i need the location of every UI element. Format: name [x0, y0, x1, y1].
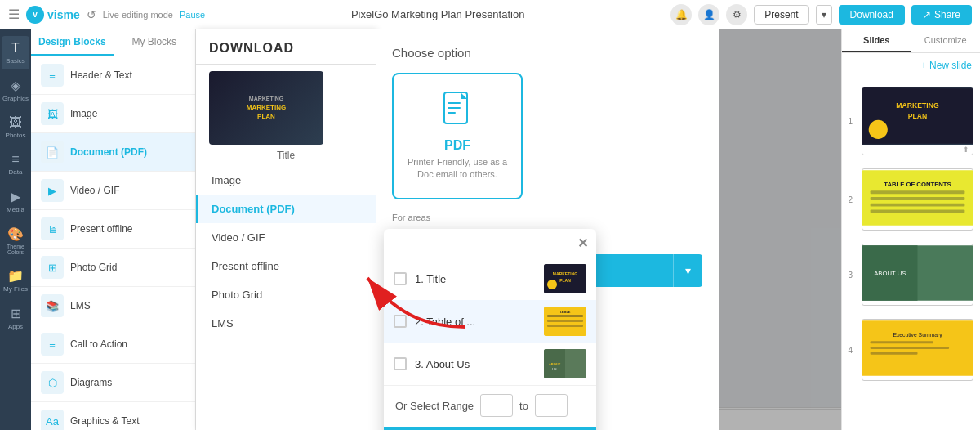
svg-text:PLAN: PLAN: [908, 112, 928, 120]
design-item-diagrams[interactable]: ⬡ Diagrams: [31, 364, 195, 402]
sidebar-item-files[interactable]: 📁 My Files: [2, 263, 29, 298]
sidebar-label-photos: Photos: [6, 132, 26, 139]
sidebar-item-theme[interactable]: 🎨 Theme Colors: [2, 222, 29, 260]
dropdown-header: ✕: [384, 229, 596, 258]
design-item-image[interactable]: 🖼 Image: [31, 95, 195, 133]
notifications-icon[interactable]: 🔔: [670, 4, 692, 25]
dropdown-close-button[interactable]: ✕: [577, 235, 588, 251]
lms-icon: 📚: [41, 294, 64, 317]
slide-number-1: 1: [842, 117, 855, 126]
slide-thumbnail-1[interactable]: MARKETING PLAN ⬆: [862, 87, 973, 155]
slide-preview-inner: MARKETING MARKETING PLAN: [209, 71, 323, 145]
present-dropdown-icon[interactable]: ▾: [816, 5, 832, 25]
design-item-call-to-action[interactable]: ≡ Call to Action: [31, 325, 195, 364]
tab-my-blocks[interactable]: My Blocks: [114, 29, 196, 56]
pdf-label: PDF: [444, 138, 470, 153]
graphics-icon: ◈: [11, 78, 20, 93]
slide-1-action: ⬆: [862, 145, 973, 155]
modal-item-photo-grid[interactable]: Photo Grid: [196, 280, 376, 309]
slide-row-3: 3 ABOUT US: [842, 239, 980, 311]
design-item-lms[interactable]: 📚 LMS: [31, 287, 195, 325]
range-to-input[interactable]: [535, 394, 568, 417]
svg-text:US: US: [552, 367, 557, 371]
svg-point-7: [547, 280, 557, 289]
files-icon: 📁: [7, 268, 24, 284]
sidebar-label-apps: Apps: [8, 323, 23, 330]
sidebar-item-photos[interactable]: 🖼 Photos: [2, 110, 29, 144]
slide-thumbnail-4[interactable]: Executive Summary: [862, 319, 973, 381]
design-item-present-offline[interactable]: 🖥 Present offline: [31, 210, 195, 249]
slide-thumbnail-2[interactable]: TABLE OF CONTENTS: [862, 168, 973, 231]
topbar: ☰ v visme ↺ Live editing mode Pause Pixe…: [0, 0, 980, 29]
pdf-option[interactable]: PDF Printer-Friendly, use as a Doc email…: [392, 73, 523, 199]
dropdown-item-3[interactable]: 3. About Us ABOUT US: [384, 343, 596, 385]
modal-item-present-offline[interactable]: Present offline: [196, 252, 376, 280]
menu-icon[interactable]: ☰: [8, 7, 20, 22]
svg-text:MARKETING: MARKETING: [896, 101, 939, 110]
dropdown-item-2[interactable]: 2. Table of ... TABLE: [384, 300, 596, 343]
svg-rect-2: [448, 107, 461, 109]
slide-3-label: 3. About Us: [415, 358, 536, 370]
photos-icon: 🖼: [9, 115, 22, 130]
sidebar-item-data[interactable]: ≡ Data: [2, 147, 29, 181]
svg-rect-33: [871, 341, 933, 343]
sidebar-label-media: Media: [7, 206, 24, 213]
sidebar-item-basics[interactable]: T Basics: [2, 36, 29, 69]
modal-item-image[interactable]: Image: [196, 166, 376, 195]
checkbox-2[interactable]: [394, 315, 407, 328]
logo: v visme: [26, 6, 80, 24]
design-item-document[interactable]: 📄 Document (PDF): [31, 133, 195, 172]
svg-rect-24: [871, 190, 965, 194]
slide-select-dropdown: ✕ 1. Title MARKETING PLAN 2. Table of ..…: [384, 229, 596, 430]
range-to-label: to: [519, 400, 528, 412]
photo-grid-label: Photo Grid: [70, 262, 117, 273]
svg-rect-3: [448, 112, 456, 114]
design-item-video[interactable]: ▶ Video / GIF: [31, 172, 195, 210]
sidebar-label-basics: Basics: [6, 57, 25, 65]
modal-item-lms[interactable]: LMS: [196, 309, 376, 338]
sidebar-item-apps[interactable]: ⊞ Apps: [2, 301, 29, 335]
svg-rect-26: [871, 204, 965, 207]
svg-rect-10: [547, 320, 583, 322]
avatar[interactable]: 👤: [698, 4, 719, 25]
svg-text:ABOUT US: ABOUT US: [874, 270, 906, 277]
sidebar-item-graphics[interactable]: ◈ Graphics: [2, 73, 29, 107]
header-text-icon: ≡: [41, 64, 64, 87]
checkbox-3[interactable]: [394, 357, 407, 370]
svg-rect-25: [871, 197, 965, 200]
tab-customize[interactable]: Customize: [911, 29, 981, 52]
checkbox-1[interactable]: [394, 272, 407, 285]
hamburger-menu[interactable]: ☰: [8, 7, 20, 22]
tab-slides[interactable]: Slides: [842, 29, 911, 52]
slide-thumbnail-3[interactable]: ABOUT US: [862, 244, 973, 306]
modal-item-video[interactable]: Video / GIF: [196, 223, 376, 252]
download-modal: DOWNLOAD MARKETING MARKETING PLAN Title …: [196, 29, 376, 430]
diagrams-label: Diagrams: [70, 377, 112, 388]
range-from-input[interactable]: [480, 394, 513, 417]
sidebar-item-media[interactable]: ▶ Media: [2, 184, 29, 218]
dropdown-done-button[interactable]: Done: [384, 427, 596, 430]
design-item-graphics-text[interactable]: Aa Graphics & Text: [31, 402, 195, 430]
undo-icon[interactable]: ↺: [87, 8, 96, 21]
design-item-photo-grid[interactable]: ⊞ Photo Grid: [31, 249, 195, 287]
choose-option-label: Choose option: [392, 46, 702, 60]
topbar-left: ☰ v visme ↺ Live editing mode Pause: [0, 6, 213, 24]
sidebar-label-graphics: Graphics: [2, 95, 29, 102]
svg-rect-27: [871, 209, 965, 213]
design-item-header-text[interactable]: ≡ Header & Text: [31, 56, 195, 95]
edit-mode-link[interactable]: Pause: [180, 10, 205, 20]
dropdown-item-1[interactable]: 1. Title MARKETING PLAN: [384, 258, 596, 300]
options-note: For areas: [392, 213, 588, 222]
download-button[interactable]: Download: [839, 5, 905, 25]
present-button[interactable]: Present: [754, 5, 808, 25]
share-button[interactable]: ↗ Share: [911, 5, 972, 25]
slide-preview-label: Title: [209, 150, 363, 161]
download-dropdown-button[interactable]: ▾: [673, 254, 702, 287]
svg-point-21: [869, 120, 888, 139]
tab-design-blocks[interactable]: Design Blocks: [31, 29, 114, 56]
settings-icon[interactable]: ⚙: [726, 4, 747, 25]
edit-mode-label: Live editing mode: [103, 10, 173, 20]
video-icon: ▶: [41, 179, 64, 202]
modal-item-document[interactable]: Document (PDF): [196, 195, 376, 223]
new-slide-button[interactable]: + New slide: [842, 53, 980, 78]
